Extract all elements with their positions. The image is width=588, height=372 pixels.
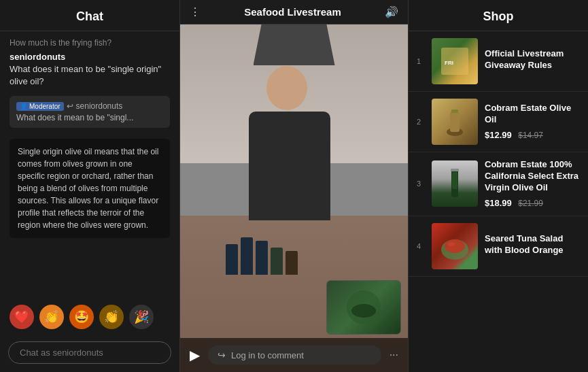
svg-point-12 bbox=[448, 242, 455, 246]
chat-title: Chat bbox=[76, 10, 103, 23]
shop-item-3[interactable]: 3 Cobram Estate 100% California Select E… bbox=[409, 152, 588, 216]
video-title: Seafood Livestream bbox=[244, 6, 341, 18]
svg-rect-9 bbox=[451, 169, 459, 171]
giveaway-img: FRI bbox=[438, 44, 472, 78]
shop-item-2-title: Cobram Estate Olive Oil bbox=[485, 103, 580, 126]
thumbnail-food-icon bbox=[343, 287, 384, 328]
shop-title: Shop bbox=[483, 10, 514, 23]
shop-item-4-title: Seared Tuna Salad with Blood Orange bbox=[485, 233, 580, 256]
play-button[interactable]: ▶ bbox=[190, 347, 200, 363]
shop-item-1-image: FRI bbox=[432, 38, 478, 84]
comment-input-area[interactable]: ↪ Log in to comment bbox=[208, 345, 381, 365]
chat-response-box: Single origin olive oil means that the o… bbox=[10, 139, 170, 238]
comment-more-btn[interactable]: ··· bbox=[390, 349, 398, 361]
chat-input[interactable] bbox=[8, 341, 171, 364]
moderator-preview: What does it mean to be "singl... bbox=[16, 113, 163, 122]
shop-item-4-image bbox=[432, 223, 478, 269]
volume-btn[interactable]: 🔊 bbox=[385, 5, 398, 18]
video-thumbnail[interactable] bbox=[326, 280, 401, 335]
bottle-2 bbox=[241, 237, 253, 275]
shop-items-list: 1 FRI Official Livestream Giveaway Rules… bbox=[409, 31, 588, 372]
chef-body bbox=[249, 112, 330, 220]
shop-item-2-info: Cobram Estate Olive Oil $12.99 $14.97 bbox=[485, 103, 580, 141]
comment-placeholder: Log in to comment bbox=[231, 350, 304, 360]
bottle-1 bbox=[226, 244, 238, 275]
emoji-bar: ❤️ 👏 🤩 👏 🎉 bbox=[0, 298, 179, 336]
bottle-4 bbox=[271, 248, 283, 275]
shop-item-3-num: 3 bbox=[417, 180, 425, 188]
previous-message: How much is the frying fish? bbox=[10, 38, 170, 48]
shop-panel: Shop 1 FRI Official Livestream Giveaway … bbox=[408, 0, 588, 372]
shop-item-4-info: Seared Tuna Salad with Blood Orange bbox=[485, 233, 580, 259]
chat-username: seniordonuts bbox=[10, 52, 170, 62]
shop-item-2-price: $12.99 bbox=[485, 130, 512, 140]
reply-icon: ↩ bbox=[67, 101, 73, 111]
svg-rect-6 bbox=[451, 109, 458, 113]
bottle-5 bbox=[286, 251, 298, 275]
video-bottom-bar: ▶ ↪ Log in to comment ··· bbox=[180, 338, 408, 372]
comment-icon: ↪ bbox=[218, 350, 226, 360]
shop-item-2-original-price: $14.97 bbox=[518, 131, 543, 140]
shop-item-4[interactable]: 4 Seared Tuna Salad with Blood Orange bbox=[409, 216, 588, 277]
shop-item-1-num: 1 bbox=[417, 57, 425, 65]
shop-item-3-original-price: $21.99 bbox=[518, 199, 543, 208]
moderator-reply-box: 👤 Moderator ↩ seniordonuts What does it … bbox=[10, 96, 170, 128]
more-options-btn[interactable]: ⋮ bbox=[190, 5, 201, 18]
svg-text:FRI: FRI bbox=[445, 60, 453, 66]
moderator-label: Moderator bbox=[29, 103, 60, 110]
olive-oil-img-3 bbox=[438, 167, 472, 201]
svg-rect-8 bbox=[452, 172, 457, 189]
svg-point-11 bbox=[445, 239, 465, 253]
moderator-badge: 👤 Moderator bbox=[16, 102, 64, 111]
chat-messages: How much is the frying fish? seniordonut… bbox=[0, 31, 179, 298]
shop-item-1-info: Official Livestream Giveaway Rules bbox=[485, 48, 580, 74]
counter-bottles bbox=[226, 237, 298, 275]
reply-to: seniordonuts bbox=[76, 101, 123, 111]
moderator-icon: 👤 bbox=[20, 103, 28, 110]
thumbnail-inner bbox=[327, 281, 400, 334]
svg-rect-5 bbox=[450, 112, 460, 132]
chat-message-block: seniordonuts What does it mean to be "si… bbox=[10, 52, 170, 88]
tuna-salad-img bbox=[438, 229, 472, 263]
shop-item-3-price-row: $18.99 $21.99 bbox=[485, 197, 580, 209]
chat-header: Chat bbox=[0, 0, 179, 31]
chat-input-area bbox=[0, 336, 179, 372]
shop-header: Shop bbox=[409, 0, 588, 31]
shop-item-2-image bbox=[432, 99, 478, 145]
shop-item-4-num: 4 bbox=[417, 242, 425, 250]
moderator-header: 👤 Moderator ↩ seniordonuts bbox=[16, 101, 163, 111]
emoji-clap-btn[interactable]: 👏 bbox=[39, 305, 64, 329]
emoji-heart-btn[interactable]: ❤️ bbox=[10, 305, 34, 329]
shop-item-2[interactable]: 2 Cobram Estate Olive Oil $12.99 $14.97 bbox=[409, 92, 588, 152]
shop-item-2-num: 2 bbox=[417, 118, 425, 126]
bottle-3 bbox=[256, 241, 268, 275]
shop-item-2-price-row: $12.99 $14.97 bbox=[485, 129, 580, 141]
emoji-star-eyes-btn[interactable]: 🤩 bbox=[69, 305, 94, 329]
topbar-icons: 🔊 bbox=[385, 5, 398, 18]
chat-response-text: Single origin olive oil means that the o… bbox=[18, 146, 162, 231]
video-area: ▶ ↪ Log in to comment ··· bbox=[180, 24, 408, 372]
chat-panel: Chat How much is the frying fish? senior… bbox=[0, 0, 180, 372]
shop-item-1[interactable]: 1 FRI Official Livestream Giveaway Rules bbox=[409, 31, 588, 92]
svg-point-1 bbox=[351, 304, 376, 318]
video-topbar: ⋮ Seafood Livestream 🔊 bbox=[180, 0, 408, 24]
shop-item-1-title: Official Livestream Giveaway Rules bbox=[485, 48, 580, 71]
shop-item-3-info: Cobram Estate 100% California Select Ext… bbox=[485, 159, 580, 209]
video-panel: ⋮ Seafood Livestream 🔊 bbox=[180, 0, 408, 372]
shop-item-3-title: Cobram Estate 100% California Select Ext… bbox=[485, 159, 580, 194]
chat-message-text: What does it mean to be "single origin" … bbox=[10, 63, 170, 88]
emoji-party-btn[interactable]: 🎉 bbox=[129, 305, 154, 329]
shop-item-3-price: $18.99 bbox=[485, 198, 512, 208]
olive-oil-img-2 bbox=[438, 105, 472, 139]
shop-item-3-image bbox=[432, 160, 478, 207]
emoji-clap2-btn[interactable]: 👏 bbox=[99, 305, 124, 329]
kitchen-hood bbox=[254, 24, 335, 65]
